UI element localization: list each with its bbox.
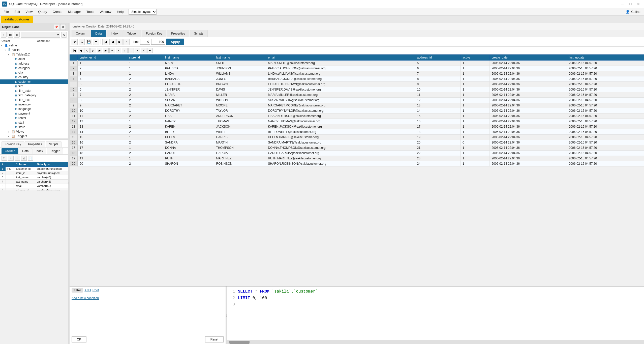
nav-prev-button[interactable]: ◀ [78,48,83,53]
dt-refresh-button[interactable]: ↻ [72,39,78,45]
nav-fwd-button[interactable]: ▷ [90,48,96,53]
btab-trigger[interactable]: Trigger [47,148,63,154]
nav-last-button[interactable]: ▶| [103,48,109,53]
col-row[interactable]: 1 PK customer_id smallint(5) unsigned [0,167,68,171]
col-row[interactable]: 4 last_name varchar(45) [0,180,68,184]
tree-item-film-text[interactable]: ⊞ film_text [0,98,68,102]
dt-first-button[interactable]: |◀ [102,39,108,45]
tree-item-triggers[interactable]: ▸ 📋 Triggers [0,134,68,138]
tree-item-customer[interactable]: ⊞ customer [0,79,68,84]
layout-select[interactable]: Simple Layout [129,9,157,15]
data-grid-container[interactable]: customer_idstore_idfirst_namelast_nameem… [70,54,644,286]
sql-scrollbar[interactable] [227,340,644,344]
table-row[interactable]: 221PATRICIAJOHNSONPATRICIA.JOHNSON@sakil… [70,66,644,71]
filter-reset-button[interactable]: Reset [205,336,224,342]
tree-item-payment[interactable]: ⊞ payment [0,111,68,116]
close-button[interactable]: ✕ [635,1,642,7]
menu-window[interactable]: Window [97,9,114,15]
sql-code[interactable]: SELECT * FROM `sakila`.`customer` LIMIT … [238,289,641,338]
panel-add-button[interactable]: + [1,32,7,38]
nav-cancel-button[interactable]: ✕ [141,48,146,53]
grid-th-email[interactable]: email [266,55,415,61]
sql-scrollbar-thumb[interactable] [229,341,250,344]
tree-item-city[interactable]: ⊞ city [0,70,68,75]
nav-up-button[interactable]: ↑ [122,48,128,53]
col-row[interactable]: 3 first_name varchar(45) [0,175,68,180]
table-row[interactable]: 772MARIAMILLERMARIA.MILLER@sakilacustome… [70,92,644,98]
filter-and-link[interactable]: AND [84,289,91,292]
menu-help[interactable]: Help [114,9,126,15]
ctab-data[interactable]: Data [91,30,106,37]
tree-item-celine[interactable]: ▸ 👤 celine [0,43,68,48]
table-row[interactable]: 662JENNIFERDAVISJENNIFER.DAVIS@sakilacus… [70,87,644,92]
menu-file[interactable]: File [1,9,11,15]
schema-select[interactable] [21,32,60,38]
table-row[interactable]: 551ELIZABETHBROWNELIZABETH.BROWN@sakilac… [70,82,644,87]
filter-label[interactable]: Filter [72,288,83,293]
panel-refresh-button[interactable]: ↻ [61,32,67,38]
table-row[interactable]: 992MARGARETMOOREMARGARET.MOORE@sakilacus… [70,103,644,108]
table-row[interactable]: 882SUSANWILSONSUSAN.WILSON@sakilacustome… [70,98,644,103]
ctab-index[interactable]: Index [107,30,122,37]
table-row[interactable]: 18182CAROLGARCIACAROL.GARCIA@sakilacusto… [70,151,644,156]
tree-item-staff[interactable]: ⊞ staff [0,120,68,125]
nav-first-button[interactable]: |◀ [72,48,77,53]
col-remove-button[interactable]: − [15,156,20,161]
table-row[interactable]: 14142BETTYWHITEBETTY.WHITE@sakilacustome… [70,129,644,135]
grid-th-store_id[interactable]: store_id [127,55,163,61]
col-row[interactable]: 5 email varchar(50) [0,184,68,188]
table-row[interactable]: 11112LISAANDERSONLISA.ANDERSON@sakilacus… [70,113,644,119]
tree-item-film[interactable]: ⊞ film [0,84,68,89]
add-condition-link[interactable]: Add a new condition [72,296,99,300]
table-row[interactable]: 331LINDAWILLIAMSLINDA.WILLIAMS@sakilacus… [70,71,644,76]
table-row[interactable]: 20202SHARONROBINSONSHARON.ROBINSON@sakil… [70,161,644,166]
btab-index[interactable]: Index [33,148,46,154]
tree-item-sakila[interactable]: ▾ 🗄 sakila [0,48,68,52]
tree-item-store[interactable]: ⊞ store [0,125,68,129]
limit-count-input[interactable] [151,39,165,45]
grid-th-customer_id[interactable]: customer_id [77,55,127,61]
grid-th-row-num[interactable] [70,55,78,61]
grid-th-active[interactable]: active [461,55,489,61]
apply-button[interactable]: Apply [166,39,184,45]
col-refresh-button[interactable]: ↻ [2,156,7,161]
table-row[interactable]: 111MARYSMITHMARY.SMITH@sakilacustomer.or… [70,61,644,66]
btab-column[interactable]: Column [2,148,18,154]
dt-print-button[interactable]: 🖨 [79,39,85,45]
nav-remove-button[interactable]: − [116,48,121,53]
panel-pin-button[interactable]: 📌 [54,24,59,30]
tree-item-tables-16-[interactable]: ▾ 📋 Tables(16) [0,52,68,57]
col-add-button[interactable]: + [8,156,14,161]
tree-item-country[interactable]: ⊞ country [0,75,68,79]
maximize-button[interactable]: □ [627,1,634,7]
grid-th-last_update[interactable]: last_update [567,55,644,61]
nav-check-button[interactable]: ✓ [135,48,140,53]
panel-list-button[interactable]: ≡ [14,32,20,38]
dt-check-button[interactable]: ✓ [124,39,130,45]
table-row[interactable]: 19191RUTHMARTINEZRUTH.MARTINEZ@sakilacus… [70,156,644,161]
table-row[interactable]: 13132KARENJACKSONKAREN.JACKSON@sakilacus… [70,124,644,129]
menu-manager[interactable]: Manager [66,9,83,15]
tree-item-rental[interactable]: ⊞ rental [0,116,68,120]
ctab-properties[interactable]: Properties [167,30,189,37]
filter-ok-button[interactable]: OK [72,336,86,342]
grid-th-first_name[interactable]: first_name [163,55,214,61]
btab-foreign-key[interactable]: Foreign Key [2,141,24,147]
tree-item-film-category[interactable]: ⊞ film_category [0,93,68,98]
btab-properties[interactable]: Properties [25,141,45,147]
menu-tools[interactable]: Tools [84,9,97,15]
dt-prev-button[interactable]: ◀ [109,39,115,45]
tree-item-address[interactable]: ⊞ address [0,61,68,66]
menu-view[interactable]: View [23,9,35,15]
menu-query[interactable]: Query [36,9,49,15]
tree-item-film-actor[interactable]: ⊞ film_actor [0,89,68,93]
table-row[interactable]: 442BARBARAJONESBARBARA.JONES@sakilacusto… [70,76,644,82]
tree-item-category[interactable]: ⊞ category [0,66,68,70]
dt-export-button[interactable]: 💾 [86,39,92,45]
table-row[interactable]: 16162SANDRAMARTINSANDRA.MARTIN@sakilacus… [70,140,644,145]
ctab-column[interactable]: Column [72,30,90,37]
btab-data[interactable]: Data [19,148,32,154]
minimize-button[interactable]: ─ [619,1,626,7]
grid-th-last_name[interactable]: last_name [214,55,266,61]
nav-down-button[interactable]: ↓ [128,48,134,53]
